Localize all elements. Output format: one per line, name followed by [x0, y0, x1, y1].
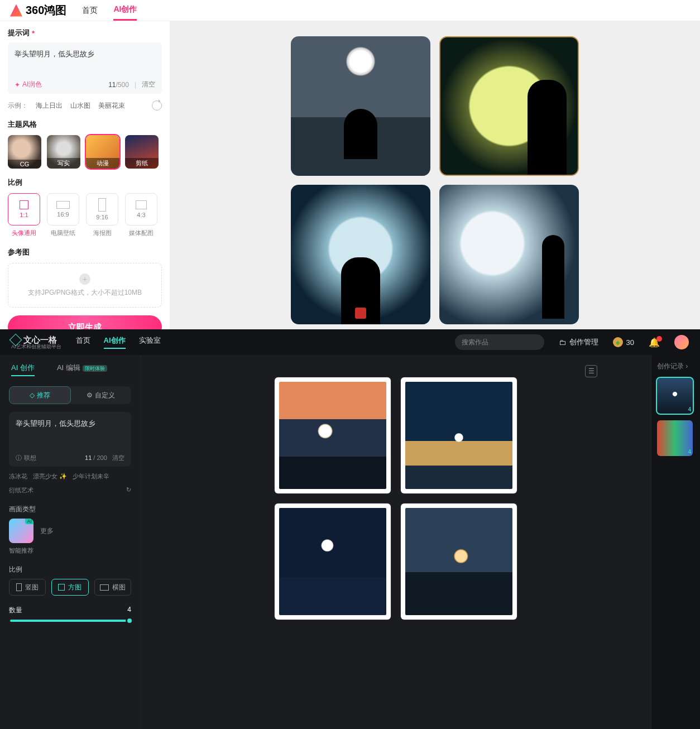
- ratio-section-title: 比例: [8, 178, 162, 188]
- type-smart[interactable]: AI: [9, 519, 33, 543]
- chevron-right-icon: ›: [685, 362, 688, 370]
- prompt-label: 提示词 *: [8, 28, 162, 38]
- bottom-header: 文心一格 AI艺术和创意辅助平台 首页 AI创作 实验室 搜索作品 🗀 创作管理…: [0, 329, 700, 355]
- ratio-shape-icon: [98, 198, 106, 212]
- subtab-ai-create[interactable]: AI 创作: [11, 363, 35, 376]
- example-tag[interactable]: 衍纸艺术: [9, 486, 33, 495]
- ai-polish-button[interactable]: ✦ AI润色: [15, 80, 42, 89]
- ratio-horizontal[interactable]: 横图: [94, 579, 131, 596]
- history-header[interactable]: 创作记录 ›: [657, 362, 694, 371]
- clear-button[interactable]: 清空: [112, 454, 124, 461]
- example-tag[interactable]: 少年计划未辛: [73, 472, 109, 481]
- segment-custom[interactable]: ⚙自定义: [71, 386, 132, 404]
- subtab-ai-edit[interactable]: AI 编辑限时体验: [57, 363, 107, 376]
- ratio-shape-icon: [20, 200, 28, 209]
- ratio-shape-icon: [16, 583, 22, 591]
- search-placeholder: 搜索作品: [462, 338, 488, 347]
- ratio-4-3[interactable]: 4:3: [125, 193, 157, 226]
- example-tag[interactable]: 美丽花束: [98, 101, 125, 111]
- plus-icon: +: [79, 274, 90, 285]
- qty-label: 数量: [9, 606, 22, 615]
- result-image[interactable]: [401, 377, 517, 493]
- ratio-shape-icon: [100, 584, 109, 591]
- prompt-input[interactable]: 举头望明月，低头思故乡 ✦ AI润色 11/500 | 清空: [8, 42, 162, 94]
- coin-icon: ◆: [613, 337, 623, 347]
- avatar[interactable]: [674, 335, 689, 349]
- history-thumb[interactable]: 4: [657, 420, 693, 456]
- char-count: 11 / 200: [85, 454, 107, 461]
- refresh-icon[interactable]: [152, 100, 162, 111]
- ratio-row: 1:1 16:9 9:16 4:3: [8, 193, 162, 226]
- search-input[interactable]: 搜索作品: [455, 334, 544, 350]
- diamond-icon: ◇: [30, 391, 35, 399]
- slider-knob-icon[interactable]: [126, 617, 133, 625]
- style-realistic[interactable]: 写实: [47, 135, 80, 169]
- folder-icon: 🗀: [559, 338, 566, 347]
- nav-lab[interactable]: 实验室: [139, 335, 161, 349]
- nav-ai-create[interactable]: AI创作: [113, 0, 137, 21]
- example-label: 示例：: [8, 101, 28, 111]
- style-cg[interactable]: CG: [8, 135, 41, 169]
- nav-home[interactable]: 首页: [82, 1, 98, 20]
- required-star-icon: *: [32, 29, 35, 37]
- nav-ai-create[interactable]: AI创作: [104, 335, 126, 349]
- ratio-shape-icon: [58, 584, 65, 591]
- example-tag[interactable]: 海上日出: [36, 101, 63, 111]
- type-section-title: 画面类型: [9, 505, 131, 514]
- result-image[interactable]: [439, 36, 579, 176]
- result-image[interactable]: [291, 185, 430, 324]
- ref-section-title: 参考图: [8, 247, 162, 257]
- notification-dot-icon: [656, 336, 662, 342]
- example-tag[interactable]: 漂亮少女 ✨: [33, 472, 67, 481]
- example-row: 示例： 海上日出 山水图 美丽花束: [8, 100, 162, 111]
- logo-wenxin[interactable]: 文心一格 AI艺术和创意辅助平台: [11, 335, 61, 349]
- list-settings-icon[interactable]: ☰: [585, 365, 597, 377]
- refresh-icon[interactable]: ↻: [126, 486, 131, 495]
- bell-icon[interactable]: 🔔: [649, 337, 660, 348]
- segment-recommend[interactable]: ◇推荐: [9, 386, 71, 404]
- ratio-vertical[interactable]: 竖图: [9, 579, 46, 596]
- quantity-slider[interactable]: [10, 620, 130, 622]
- result-image[interactable]: [275, 503, 391, 620]
- history-panel: 创作记录 › 4 4: [651, 355, 700, 729]
- char-count: 11/500: [108, 81, 129, 89]
- associate-button[interactable]: ⓘ联想: [16, 454, 36, 462]
- ratio-9-16[interactable]: 9:16: [86, 193, 118, 226]
- nav-home[interactable]: 首页: [76, 335, 90, 349]
- stamp-icon: [355, 308, 366, 319]
- result-image[interactable]: [291, 36, 430, 176]
- ratio-1-1[interactable]: 1:1: [8, 193, 40, 226]
- reference-hint: 支持JPG/PNG格式，大小不超过10MB: [28, 288, 142, 298]
- ratio-shape-icon: [136, 200, 147, 209]
- example-tag[interactable]: 冻冰花: [9, 472, 27, 481]
- style-papercut[interactable]: 剪纸: [125, 135, 159, 169]
- type-caption: 智能推荐: [9, 546, 131, 555]
- prompt-input[interactable]: 举头望明月，低头思故乡 ⓘ联想 11 / 200 清空: [9, 412, 131, 467]
- type-more-button[interactable]: 更多: [40, 526, 54, 536]
- example-tag[interactable]: 山水图: [70, 101, 90, 111]
- ratio-square[interactable]: 方图: [51, 579, 88, 596]
- result-image[interactable]: [401, 503, 517, 620]
- qty-value: 4: [127, 606, 131, 615]
- history-thumb[interactable]: 4: [657, 378, 693, 414]
- style-row: CG 写实 动漫 剪纸: [8, 135, 162, 169]
- logo-360hongtu[interactable]: 360鸿图: [10, 3, 66, 18]
- reference-upload[interactable]: + 支持JPG/PNG格式，大小不超过10MB: [8, 263, 162, 308]
- bottom-nav: 首页 AI创作 实验室: [76, 335, 161, 349]
- clear-button[interactable]: 清空: [142, 80, 155, 89]
- ratio-captions: 头像通用 电脑壁纸 海报图 媒体配图: [8, 229, 162, 237]
- result-image[interactable]: [439, 185, 579, 324]
- manage-button[interactable]: 🗀 创作管理: [559, 337, 598, 347]
- style-anime[interactable]: 动漫: [86, 135, 119, 169]
- ratio-16-9[interactable]: 16:9: [47, 193, 79, 226]
- quantity-row: 数量 4: [9, 606, 131, 615]
- prompt-text: 举头望明月，低头思故乡: [16, 419, 124, 429]
- sub-tabs: AI 创作 AI 编辑限时体验: [9, 363, 131, 382]
- top-body: 提示词 * 举头望明月，低头思故乡 ✦ AI润色 11/500 | 清空: [0, 21, 700, 339]
- ai-badge: AI: [25, 519, 33, 524]
- segment-control: ◇推荐 ⚙自定义: [9, 386, 131, 404]
- coin-balance[interactable]: ◆ 30: [613, 337, 634, 347]
- app-wenxinyige: 文心一格 AI艺术和创意辅助平台 首页 AI创作 实验室 搜索作品 🗀 创作管理…: [0, 329, 700, 729]
- ratio-row: 竖图 方图 横图: [9, 579, 131, 596]
- result-image[interactable]: [275, 377, 391, 493]
